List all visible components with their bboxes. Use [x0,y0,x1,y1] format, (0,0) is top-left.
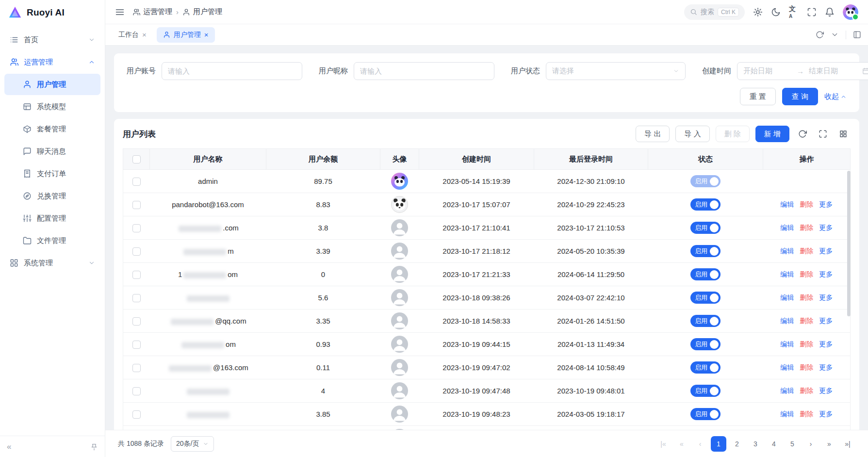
sidebar-item[interactable]: 聊天消息 [4,141,100,162]
delete-link[interactable]: 删除 [800,224,813,232]
app-logo[interactable]: Ruoyi AI [0,0,105,25]
delete-link[interactable]: 删除 [800,363,813,372]
row-checkbox[interactable] [132,364,141,372]
select-all-checkbox[interactable] [132,155,141,163]
fullscreen-icon[interactable] [807,7,817,17]
gear-icon[interactable] [753,7,763,17]
delete-link[interactable]: 删除 [800,270,813,279]
edit-link[interactable]: 编辑 [780,387,794,395]
edit-link[interactable]: 编辑 [780,247,794,256]
delete-button[interactable]: 删 除 [716,126,750,142]
page-number-button[interactable]: 4 [766,436,782,452]
last-page-button[interactable]: »| [840,436,855,452]
delete-link[interactable]: 删除 [800,247,813,256]
edit-link[interactable]: 编辑 [780,317,794,326]
edit-link[interactable]: 编辑 [780,363,794,372]
user-avatar[interactable] [843,4,858,20]
page-size-select[interactable]: 20条/页 [171,436,214,452]
breadcrumb-item[interactable]: 运营管理 › [132,7,179,16]
row-checkbox[interactable] [132,387,141,395]
reset-button[interactable]: 重 置 [740,88,776,105]
delete-link[interactable]: 删除 [800,294,813,302]
status-toggle[interactable]: 启用 [690,222,721,234]
delete-link[interactable]: 删除 [800,410,813,419]
status-toggle[interactable]: 启用 [690,385,721,397]
refresh-icon[interactable] [795,127,810,141]
sidebar-item[interactable]: 系统模型 [4,96,100,117]
status-toggle[interactable]: 启用 [690,175,721,187]
row-checkbox[interactable] [132,341,141,349]
row-checkbox[interactable] [132,294,141,302]
column-settings-icon[interactable] [836,127,851,141]
more-link[interactable]: 更多 [819,363,833,372]
add-button[interactable]: 新 增 [755,126,789,142]
first-page-button[interactable]: |« [655,436,671,452]
notifications-bell-icon[interactable] [825,7,835,17]
sidebar-item[interactable]: 套餐管理 [4,118,100,140]
more-link[interactable]: 更多 [819,200,833,209]
status-toggle[interactable]: 启用 [690,361,721,374]
table-scrollbar[interactable] [847,171,851,316]
jump-forward-button[interactable]: » [821,436,837,452]
date-range-picker[interactable]: 开始日期 → 结束日期 [737,62,868,80]
status-toggle[interactable]: 启用 [690,292,721,304]
language-icon[interactable]: 文A [789,7,799,17]
page-number-button[interactable]: 2 [729,436,745,452]
status-select[interactable]: 请选择 [546,62,686,80]
close-icon[interactable]: × [142,31,147,38]
edit-link[interactable]: 编辑 [780,224,794,232]
next-page-button[interactable]: › [803,436,819,452]
more-link[interactable]: 更多 [819,387,833,395]
page-number-button[interactable]: 5 [785,436,800,452]
sidebar-item[interactable]: 支付订单 [4,163,100,184]
edit-link[interactable]: 编辑 [780,410,794,419]
page-number-button[interactable]: 1 [711,436,726,452]
global-search[interactable]: 搜索 Ctrl K [684,4,745,20]
delete-link[interactable]: 删除 [800,200,813,209]
export-button[interactable]: 导 出 [636,126,670,142]
refresh-icon[interactable] [816,31,824,39]
row-checkbox[interactable] [132,271,141,279]
hamburger-menu-icon[interactable] [115,7,125,17]
sidebar-item[interactable]: 首页 [4,29,100,50]
collapse-sidebar-icon[interactable]: « [7,442,11,452]
delete-link[interactable]: 删除 [800,387,813,395]
sidebar-item[interactable]: 系统管理 [4,252,100,274]
more-link[interactable]: 更多 [819,410,833,419]
more-link[interactable]: 更多 [819,224,833,232]
sidebar-item[interactable]: 运营管理 [4,51,100,73]
nickname-input[interactable] [354,62,494,80]
sidebar-item[interactable]: 用户管理 [4,74,100,95]
prev-page-button[interactable]: ‹ [692,436,708,452]
import-button[interactable]: 导 入 [675,126,709,142]
status-toggle[interactable]: 启用 [690,338,721,350]
row-checkbox[interactable] [132,410,141,419]
table-fullscreen-icon[interactable] [816,127,830,141]
delete-link[interactable]: 删除 [800,340,813,349]
sidebar-item[interactable]: 文件管理 [4,230,100,251]
status-toggle[interactable]: 启用 [690,315,721,327]
edit-link[interactable]: 编辑 [780,294,794,302]
more-link[interactable]: 更多 [819,317,833,326]
chevron-down-icon[interactable] [831,31,839,39]
account-input[interactable] [162,62,302,80]
sidebar-item[interactable]: 兑换管理 [4,185,100,207]
breadcrumb-item[interactable]: 用户管理 [182,7,222,16]
status-toggle[interactable]: 启用 [690,408,721,420]
page-number-button[interactable]: 3 [748,436,763,452]
jump-back-button[interactable]: « [674,436,689,452]
status-toggle[interactable]: 启用 [690,268,721,280]
more-link[interactable]: 更多 [819,340,833,349]
status-toggle[interactable]: 启用 [690,245,721,257]
dark-mode-icon[interactable] [771,7,781,17]
edit-link[interactable]: 编辑 [780,200,794,209]
row-checkbox[interactable] [132,201,141,209]
search-button[interactable]: 查 询 [782,88,818,105]
row-checkbox[interactable] [132,178,141,186]
pin-icon[interactable] [90,443,98,451]
close-icon[interactable]: × [204,31,209,38]
tab[interactable]: 工作台 × [112,27,153,43]
more-link[interactable]: 更多 [819,247,833,256]
status-toggle[interactable]: 启用 [690,198,721,211]
row-checkbox[interactable] [132,317,141,326]
